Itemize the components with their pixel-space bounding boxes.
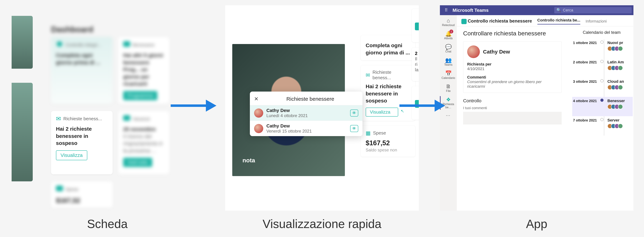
row-name: Cathy Dew <box>266 123 347 129</box>
comments-input[interactable] <box>463 112 562 124</box>
timeline-node-icon <box>600 118 604 121</box>
card-richieste[interactable]: ✉Richieste beness... Hai 2 richieste ben… <box>51 111 112 174</box>
card-benessere[interactable]: Benessere Hai altri 5 giorni benessere P… <box>118 37 169 104</box>
timeline-date: 7 ottobre 2021 <box>572 118 600 122</box>
card-spese[interactable]: ▦Spese $167,52 Saldo spese non <box>361 126 415 157</box>
arrow-icon <box>400 99 445 113</box>
request-row[interactable]: Cathy Dew Lunedì 4 ottobre 2021 👁 <box>250 105 362 121</box>
close-icon[interactable]: ✕ <box>254 96 258 102</box>
rail-retecloud[interactable]: ⌂Retecloud <box>440 16 457 29</box>
view-button[interactable]: Visualizza <box>56 150 87 160</box>
timeline-node-icon <box>600 79 604 82</box>
timeline-row[interactable]: 2 ottobre 2021Latin Am <box>572 58 633 78</box>
avatar <box>254 108 263 118</box>
card-spese[interactable]: Spese $167,52 <box>51 181 112 208</box>
card-top[interactable]: Completa ogni giorno prima di ... <box>361 35 415 60</box>
avatar-stack <box>608 46 623 51</box>
heart-icon <box>56 41 63 47</box>
timeline-event: Nuovi pr <box>608 41 623 45</box>
card-title: 25 novembre <box>123 126 156 132</box>
page-title: Controllare richiesta benessere <box>463 30 562 37</box>
timeline-date: 2 ottobre 2021 <box>572 60 600 64</box>
avatar-stack <box>608 124 623 129</box>
eye-icon[interactable]: 👁 <box>350 110 358 117</box>
timeline-event: Cloud an <box>608 79 624 84</box>
quickview-popover: ✕ Richieste benessere Cathy Dew Lunedì 4… <box>250 92 362 136</box>
timeline-row[interactable]: 7 ottobre 2021Server <box>572 116 633 136</box>
avatar-stack <box>608 85 624 90</box>
card-header: Controllo integri... <box>66 42 101 48</box>
label-comments: Commenti <box>467 75 558 80</box>
panel-caption: App <box>429 210 644 237</box>
app-tabs: Controllo richiesta benessere Controllo … <box>457 15 634 27</box>
rail-calendario[interactable]: 📅Calendario <box>440 69 457 82</box>
avatar <box>467 46 480 58</box>
envelope-icon: ✉ <box>56 115 61 122</box>
card-controllo[interactable]: Controllo integri... Completa ogni giorn… <box>51 37 112 104</box>
card-body: Completa ogni giorno prima di ... <box>56 52 108 66</box>
stub-text: la <box>415 67 419 73</box>
timeline-date: 3 ottobre 2021 <box>572 79 600 84</box>
avatar-stack <box>608 66 624 70</box>
value-requested-for: 4/10/2021 <box>467 67 558 71</box>
dashboard-title: Dashboard <box>51 25 93 34</box>
teams-titlebar: ⠿ Microsoft Teams 🔍 Cerca <box>440 5 634 15</box>
row-date: Lunedì 4 ottobre 2021 <box>266 113 347 118</box>
card-header: Richieste beness... <box>63 116 102 121</box>
card-amount: $167,52 <box>366 139 410 148</box>
view-button[interactable]: Visualizza↖ <box>366 108 398 117</box>
timeline-date: 1 ottobre 2021 <box>572 41 600 45</box>
avatar-stack <box>608 104 625 109</box>
label-requested-for: Richiesta per <box>467 62 558 67</box>
rail-attivita[interactable]: 🔔1Attività <box>440 29 457 42</box>
timeline-event: Latin Am <box>608 60 624 65</box>
card-header: Spese <box>373 130 386 136</box>
row-name: Cathy Dew <box>266 108 347 113</box>
timeline-row[interactable]: 3 ottobre 2021Cloud an <box>572 78 633 97</box>
rail-file[interactable]: 🗎File <box>440 82 457 95</box>
tab-informazioni[interactable]: Informazioni <box>586 19 607 24</box>
envelope-icon: ✉ <box>366 72 370 78</box>
timeline-row[interactable]: 1 ottobre 2021Nuovi pr <box>572 39 633 58</box>
card-header: Spese <box>66 187 78 192</box>
panel-caption: Scheda <box>0 210 215 237</box>
card-header: Vacanze <box>133 116 150 122</box>
schedule-button[interactable]: Programma <box>123 91 157 100</box>
card-subtext: Saldo spese non <box>366 148 410 152</box>
timeline-node-icon <box>600 99 604 102</box>
stub-text: Il <box>415 56 419 62</box>
timeline-node-icon <box>600 41 604 44</box>
timeline-event: Server <box>608 118 623 123</box>
request-row[interactable]: Cathy Dew Venerdì 15 ottobre 2021 👁 <box>250 121 362 136</box>
photo-caption: nota <box>242 157 255 164</box>
viewall-button[interactable]: Vedi tutto <box>123 158 152 167</box>
rail-chat[interactable]: 💬Chat <box>440 42 457 55</box>
wallet-icon <box>56 186 63 191</box>
search-placeholder: Cerca <box>563 8 573 13</box>
tab-controllo[interactable]: Controllo richiesta be... <box>537 18 580 25</box>
search-icon: 🔍 <box>556 8 561 13</box>
waffle-icon[interactable]: ⠿ <box>440 8 452 13</box>
value-comments: Consentimi di prendere un giorno libero … <box>467 80 558 89</box>
eye-icon[interactable]: 👁 <box>350 125 358 132</box>
panel-app: ⠿ Microsoft Teams 🔍 Cerca ⌂Retecloud 🔔1A… <box>440 5 634 210</box>
panel-quickview: nota Completa ogni giorno prima di ... ✉… <box>225 5 419 210</box>
card-amount: $167,52 <box>56 196 108 205</box>
app-name: Controllo richiesta benessere <box>468 18 532 24</box>
calendar-heading: Calendario del team <box>583 30 633 35</box>
svg-marker-3 <box>434 100 445 112</box>
rail-teams[interactable]: 👥Teams <box>440 55 457 69</box>
control-sublabel: I tuoi commenti <box>463 106 562 110</box>
wallet-icon: ▦ <box>366 130 370 136</box>
stub-text: 2 <box>415 51 419 56</box>
request-name: Cathy Dew <box>483 49 510 55</box>
card-body: Hai 2 richieste benessere in sospeso <box>56 125 108 147</box>
arrow-icon <box>171 99 216 113</box>
timeline-date: 4 ottobre 2021 <box>572 99 600 103</box>
card-vacanze[interactable]: Vacanze 25 novembreIl Giorno del ringraz… <box>118 111 169 174</box>
rail-more[interactable]: ⋯ <box>446 113 451 118</box>
search-input[interactable]: 🔍 Cerca <box>554 7 632 13</box>
timeline-row[interactable]: 4 ottobre 2021Benesser <box>572 97 633 116</box>
lotus-icon <box>123 41 130 47</box>
svg-marker-1 <box>206 100 216 112</box>
